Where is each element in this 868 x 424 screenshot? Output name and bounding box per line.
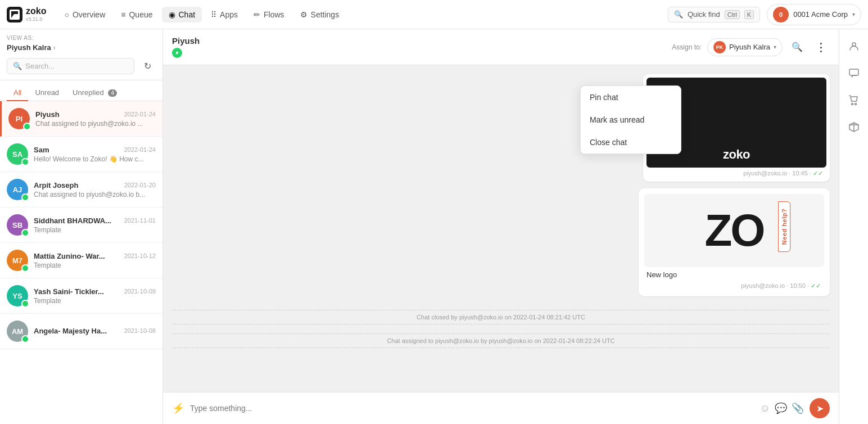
tab-row: All Unread Unreplied 4 xyxy=(0,80,162,101)
chat-item-yash[interactable]: YS Yash Saini- Tickler... 2021-10-09 Tem… xyxy=(0,278,162,314)
chat-preview-siddhant: Template xyxy=(34,226,156,234)
svg-point-5 xyxy=(855,103,856,105)
tab-unreplied[interactable]: Unreplied 4 xyxy=(66,85,124,101)
more-options-button[interactable]: ⋮ xyxy=(812,38,830,56)
chat-name-piyush: Piyush xyxy=(35,110,60,119)
input-icons: ☺ 💬 📎 xyxy=(760,402,804,414)
chevron-right-icon: › xyxy=(53,44,56,52)
message-caption: New logo xyxy=(644,267,824,280)
pin-chat-option[interactable]: Pin chat xyxy=(581,86,681,109)
svg-rect-0 xyxy=(10,10,20,20)
chat-item-angela[interactable]: AM Angela- Majesty Ha... 2021-10-08 xyxy=(0,314,162,349)
chat-date-mattia: 2021-10-12 xyxy=(124,252,156,259)
chevron-down-icon: ▾ xyxy=(852,11,855,17)
sticker-button[interactable]: 💬 xyxy=(775,402,787,414)
account-avatar: 0 xyxy=(773,7,789,22)
search-box[interactable]: 🔍 Search... xyxy=(7,58,134,74)
chat-header-left: Piyush xyxy=(172,36,200,58)
chat-header: Piyush Assign to: PK Piyush Kalra ▾ 🔍 ⋮ xyxy=(163,29,839,65)
chat-preview-arpit: Chat assigned to piyush@zoko.io b... xyxy=(34,191,156,199)
send-button[interactable]: ➤ xyxy=(810,398,830,418)
unreplied-badge: 4 xyxy=(108,89,117,97)
chat-date-yash: 2021-10-09 xyxy=(124,288,156,295)
logo: zoko v3.21.0 xyxy=(7,7,46,22)
nav-item-overview[interactable]: ○ Overview xyxy=(57,7,112,22)
avatar-piyush: PI xyxy=(8,108,30,129)
system-messages: Chat closed by piyush@zoko.io on 2022-01… xyxy=(172,308,830,350)
cube-icon-button[interactable] xyxy=(844,117,864,137)
emoji-button[interactable]: ☺ xyxy=(760,403,770,414)
nav-item-queue[interactable]: ≡ Queue xyxy=(114,7,159,22)
message-2: ZO New logo piyush@zoko.io · 10:50 · ✓✓ xyxy=(639,188,830,296)
mark-unread-option[interactable]: Mark as unread xyxy=(581,109,681,131)
message-meta-2: piyush@zoko.io · 10:50 · ✓✓ xyxy=(644,280,824,291)
chat-info-siddhant: Siddhant BHARDWA... 2021-11-01 Template xyxy=(34,216,156,234)
chat-date-angela: 2021-10-08 xyxy=(124,327,156,334)
chat-main: Piyush Assign to: PK Piyush Kalra ▾ 🔍 ⋮ … xyxy=(163,29,839,424)
chat-item-arpit[interactable]: AJ Arpit Joseph 2022-01-20 Chat assigned… xyxy=(0,172,162,208)
logo-icon xyxy=(7,7,22,22)
chat-item-sam[interactable]: SA Sam 2022-01-24 Hello! Welcome to Zoko… xyxy=(0,137,162,172)
message-image-text-1: zoko xyxy=(723,147,750,162)
nav-item-settings[interactable]: ⚙ Settings xyxy=(293,7,346,22)
account-name: 0001 Acme Corp xyxy=(793,10,848,19)
tab-unread[interactable]: Unread xyxy=(28,85,66,101)
chat-name-sam: Sam xyxy=(34,146,49,154)
nav-item-apps[interactable]: ⠿ Apps xyxy=(204,7,245,22)
avatar-angela: AM xyxy=(7,321,28,342)
logo-text: zoko xyxy=(26,7,46,16)
read-ticks-2: ✓✓ xyxy=(811,282,821,289)
system-message-2: Chat assigned to piyush@zoko.io by piyus… xyxy=(172,333,830,348)
chat-name-arpit: Arpit Joseph xyxy=(34,181,78,190)
view-as-label: VIEW AS: xyxy=(7,35,156,41)
chat-info-angela: Angela- Majesty Ha... 2021-10-08 xyxy=(34,327,156,336)
assign-pill[interactable]: PK Piyush Kalra ▾ xyxy=(707,38,783,56)
chat-info-sam: Sam 2022-01-24 Hello! Welcome to Zoko! 👋… xyxy=(34,146,156,163)
right-panel xyxy=(839,29,868,424)
messages-area: zoko piyush@zoko.io · 10:45 · ✓✓ ZO New … xyxy=(163,65,839,392)
chat-item-piyush[interactable]: PI Piyush 2022-01-24 Chat assigned to pi… xyxy=(0,101,162,137)
chat-bubble-icon-button[interactable] xyxy=(844,63,864,83)
chat-name-siddhant: Siddhant BHARDWA... xyxy=(34,216,111,225)
account-pill[interactable]: 0 0001 Acme Corp ▾ xyxy=(767,4,861,25)
chat-name-angela: Angela- Majesty Ha... xyxy=(34,327,107,335)
assign-name: Piyush Kalra xyxy=(729,43,770,51)
close-chat-option[interactable]: Close chat xyxy=(581,131,681,154)
logo-version: v3.21.0 xyxy=(26,17,46,22)
tab-all[interactable]: All xyxy=(7,85,28,101)
chat-item-siddhant[interactable]: SB Siddhant BHARDWA... 2021-11-01 Templa… xyxy=(0,208,162,243)
attachment-button[interactable]: 📎 xyxy=(792,402,804,414)
message-input[interactable] xyxy=(190,404,754,413)
contacts-icon-button[interactable] xyxy=(844,36,864,56)
need-help-button[interactable]: Need help? xyxy=(778,201,790,252)
chat-date-arpit: 2022-01-20 xyxy=(124,182,156,188)
nav-item-chat[interactable]: ◉ Chat xyxy=(162,7,202,22)
avatar-siddhant: SB xyxy=(7,214,28,236)
lightning-button[interactable]: ⚡ xyxy=(172,402,184,414)
whatsapp-badge-arpit xyxy=(21,193,29,201)
dropdown-menu: Pin chat Mark as unread Close chat xyxy=(580,85,681,154)
send-icon: ➤ xyxy=(816,403,824,414)
shop-icon-button[interactable] xyxy=(844,90,864,110)
chat-info-arpit: Arpit Joseph 2022-01-20 Chat assigned to… xyxy=(34,181,156,199)
read-ticks-1: ✓✓ xyxy=(813,170,823,177)
search-chat-button[interactable]: 🔍 xyxy=(788,38,806,56)
chat-name-yash: Yash Saini- Tickler... xyxy=(34,287,104,296)
search-placeholder: Search... xyxy=(25,62,55,70)
chat-list: PI Piyush 2022-01-24 Chat assigned to pi… xyxy=(0,101,162,424)
refresh-button[interactable]: ↻ xyxy=(139,57,156,74)
chat-preview-sam: Hello! Welcome to Zoko! 👋 How c... xyxy=(34,155,156,163)
chat-icon: ◉ xyxy=(169,10,175,19)
sidebar: VIEW AS: Piyush Kalra › 🔍 Search... ↻ Al… xyxy=(0,29,163,424)
nav-item-flows[interactable]: ✏ Flows xyxy=(247,7,291,22)
avatar-sam: SA xyxy=(7,143,28,165)
whatsapp-badge-mattia xyxy=(21,264,29,272)
assign-avatar: PK xyxy=(713,41,726,53)
chat-contact-name: Piyush xyxy=(172,36,200,46)
whatsapp-badge-yash xyxy=(21,300,29,308)
chat-item-mattia[interactable]: M7 Mattia Zunino- War... 2021-10-12 Temp… xyxy=(0,243,162,278)
view-as-user[interactable]: Piyush Kalra › xyxy=(7,43,156,52)
whatsapp-badge-sam xyxy=(21,158,29,166)
quick-find-button[interactable]: 🔍 Quick find Ctrl K xyxy=(668,7,760,22)
assign-label: Assign to: xyxy=(672,43,702,51)
